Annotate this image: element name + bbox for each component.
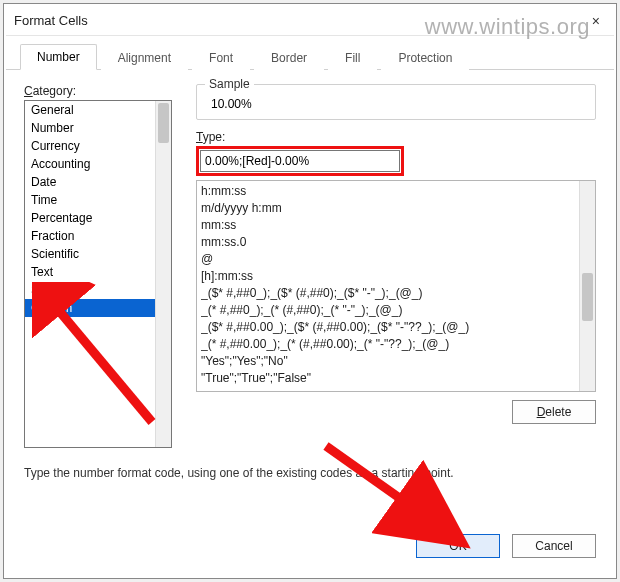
- category-item-percentage[interactable]: Percentage: [25, 209, 171, 227]
- scroll-thumb[interactable]: [582, 273, 593, 321]
- delete-button[interactable]: Delete: [512, 400, 596, 424]
- type-input[interactable]: [200, 150, 400, 172]
- category-label: Category:: [24, 84, 172, 98]
- category-item-special[interactable]: Special: [25, 281, 171, 299]
- sample-value: 10.00%: [207, 91, 585, 111]
- sample-legend: Sample: [205, 77, 254, 91]
- category-item-number[interactable]: Number: [25, 119, 171, 137]
- format-code-item[interactable]: [h]:mm:ss: [201, 268, 591, 285]
- format-code-item[interactable]: mm:ss.0: [201, 234, 591, 251]
- type-input-highlight: [196, 146, 404, 176]
- close-icon[interactable]: ×: [586, 11, 606, 31]
- format-code-item[interactable]: m/d/yyyy h:mm: [201, 200, 591, 217]
- tab-protection[interactable]: Protection: [381, 45, 469, 70]
- category-item-currency[interactable]: Currency: [25, 137, 171, 155]
- tab-number[interactable]: Number: [20, 44, 97, 70]
- titlebar: Format Cells ×: [6, 6, 614, 36]
- category-item-scientific[interactable]: Scientific: [25, 245, 171, 263]
- format-code-item[interactable]: "True";"True";"False": [201, 370, 591, 387]
- hint-text: Type the number format code, using one o…: [24, 466, 596, 480]
- tab-font[interactable]: Font: [192, 45, 250, 70]
- format-code-item[interactable]: _(* #,##0_);_(* (#,##0);_(* "-"_);_(@_): [201, 302, 591, 319]
- cancel-button[interactable]: Cancel: [512, 534, 596, 558]
- format-codes-list[interactable]: h:mm:ssm/d/yyyy h:mmmm:ssmm:ss.0@[h]:mm:…: [196, 180, 596, 392]
- ok-button[interactable]: OK: [416, 534, 500, 558]
- category-item-accounting[interactable]: Accounting: [25, 155, 171, 173]
- sample-group: Sample 10.00%: [196, 84, 596, 120]
- format-code-item[interactable]: "Yes";"Yes";"No": [201, 353, 591, 370]
- category-item-time[interactable]: Time: [25, 191, 171, 209]
- format-code-item[interactable]: mm:ss: [201, 217, 591, 234]
- format-code-item[interactable]: h:mm:ss: [201, 183, 591, 200]
- format-code-item[interactable]: _($* #,##0.00_);_($* (#,##0.00);_($* "-"…: [201, 319, 591, 336]
- category-item-custom[interactable]: Custom: [25, 299, 171, 317]
- category-item-text[interactable]: Text: [25, 263, 171, 281]
- category-item-general[interactable]: General: [25, 101, 171, 119]
- category-item-fraction[interactable]: Fraction: [25, 227, 171, 245]
- tab-border[interactable]: Border: [254, 45, 324, 70]
- format-code-item[interactable]: _($* #,##0_);_($* (#,##0);_($* "-"_);_(@…: [201, 285, 591, 302]
- category-list[interactable]: GeneralNumberCurrencyAccountingDateTimeP…: [24, 100, 172, 448]
- tab-alignment[interactable]: Alignment: [101, 45, 188, 70]
- format-code-item[interactable]: _(* #,##0.00_);_(* (#,##0.00);_(* "-"??_…: [201, 336, 591, 353]
- tab-strip: NumberAlignmentFontBorderFillProtection: [6, 36, 614, 70]
- dialog-footer: OK Cancel: [6, 534, 614, 576]
- scrollbar[interactable]: [155, 101, 171, 447]
- type-label: Type:: [196, 130, 596, 144]
- tab-fill[interactable]: Fill: [328, 45, 377, 70]
- category-item-date[interactable]: Date: [25, 173, 171, 191]
- window-title: Format Cells: [14, 13, 88, 28]
- scrollbar[interactable]: [579, 181, 595, 391]
- scroll-thumb[interactable]: [158, 103, 169, 143]
- format-code-item[interactable]: @: [201, 251, 591, 268]
